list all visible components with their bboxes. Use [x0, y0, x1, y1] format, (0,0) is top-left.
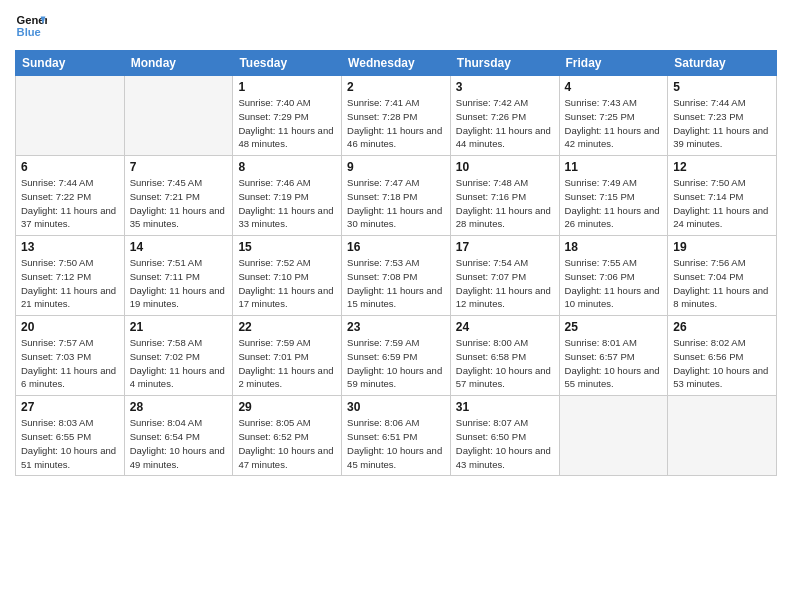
- calendar-cell: 9Sunrise: 7:47 AMSunset: 7:18 PMDaylight…: [342, 156, 451, 236]
- day-info: Sunrise: 7:46 AMSunset: 7:19 PMDaylight:…: [238, 176, 336, 231]
- day-info: Sunrise: 7:59 AMSunset: 6:59 PMDaylight:…: [347, 336, 445, 391]
- logo-icon: General Blue: [15, 10, 47, 42]
- day-number: 16: [347, 240, 445, 254]
- day-info: Sunrise: 7:43 AMSunset: 7:25 PMDaylight:…: [565, 96, 663, 151]
- day-info: Sunrise: 8:01 AMSunset: 6:57 PMDaylight:…: [565, 336, 663, 391]
- day-info: Sunrise: 7:48 AMSunset: 7:16 PMDaylight:…: [456, 176, 554, 231]
- day-number: 27: [21, 400, 119, 414]
- day-info: Sunrise: 8:02 AMSunset: 6:56 PMDaylight:…: [673, 336, 771, 391]
- day-info: Sunrise: 8:05 AMSunset: 6:52 PMDaylight:…: [238, 416, 336, 471]
- calendar-cell: 1Sunrise: 7:40 AMSunset: 7:29 PMDaylight…: [233, 76, 342, 156]
- calendar-cell: 23Sunrise: 7:59 AMSunset: 6:59 PMDayligh…: [342, 316, 451, 396]
- day-number: 10: [456, 160, 554, 174]
- header: General Blue: [15, 10, 777, 42]
- calendar-cell: 5Sunrise: 7:44 AMSunset: 7:23 PMDaylight…: [668, 76, 777, 156]
- calendar-body: 1Sunrise: 7:40 AMSunset: 7:29 PMDaylight…: [16, 76, 777, 476]
- day-info: Sunrise: 8:03 AMSunset: 6:55 PMDaylight:…: [21, 416, 119, 471]
- calendar-cell: 30Sunrise: 8:06 AMSunset: 6:51 PMDayligh…: [342, 396, 451, 476]
- calendar-cell: 4Sunrise: 7:43 AMSunset: 7:25 PMDaylight…: [559, 76, 668, 156]
- day-info: Sunrise: 8:07 AMSunset: 6:50 PMDaylight:…: [456, 416, 554, 471]
- calendar-cell: 7Sunrise: 7:45 AMSunset: 7:21 PMDaylight…: [124, 156, 233, 236]
- calendar-cell: 31Sunrise: 8:07 AMSunset: 6:50 PMDayligh…: [450, 396, 559, 476]
- day-number: 2: [347, 80, 445, 94]
- calendar-week-row: 1Sunrise: 7:40 AMSunset: 7:29 PMDaylight…: [16, 76, 777, 156]
- day-info: Sunrise: 7:57 AMSunset: 7:03 PMDaylight:…: [21, 336, 119, 391]
- day-number: 14: [130, 240, 228, 254]
- calendar-cell: 28Sunrise: 8:04 AMSunset: 6:54 PMDayligh…: [124, 396, 233, 476]
- day-number: 26: [673, 320, 771, 334]
- day-number: 31: [456, 400, 554, 414]
- day-number: 28: [130, 400, 228, 414]
- calendar-cell: 15Sunrise: 7:52 AMSunset: 7:10 PMDayligh…: [233, 236, 342, 316]
- calendar-week-row: 20Sunrise: 7:57 AMSunset: 7:03 PMDayligh…: [16, 316, 777, 396]
- calendar-cell: [16, 76, 125, 156]
- header-cell-wednesday: Wednesday: [342, 51, 451, 76]
- day-info: Sunrise: 7:58 AMSunset: 7:02 PMDaylight:…: [130, 336, 228, 391]
- calendar-cell: [559, 396, 668, 476]
- day-info: Sunrise: 7:50 AMSunset: 7:14 PMDaylight:…: [673, 176, 771, 231]
- calendar-cell: 21Sunrise: 7:58 AMSunset: 7:02 PMDayligh…: [124, 316, 233, 396]
- header-cell-thursday: Thursday: [450, 51, 559, 76]
- header-cell-monday: Monday: [124, 51, 233, 76]
- calendar-cell: 13Sunrise: 7:50 AMSunset: 7:12 PMDayligh…: [16, 236, 125, 316]
- day-number: 5: [673, 80, 771, 94]
- calendar-table: SundayMondayTuesdayWednesdayThursdayFrid…: [15, 50, 777, 476]
- calendar-week-row: 27Sunrise: 8:03 AMSunset: 6:55 PMDayligh…: [16, 396, 777, 476]
- calendar-cell: 20Sunrise: 7:57 AMSunset: 7:03 PMDayligh…: [16, 316, 125, 396]
- day-number: 25: [565, 320, 663, 334]
- header-cell-sunday: Sunday: [16, 51, 125, 76]
- day-info: Sunrise: 7:44 AMSunset: 7:23 PMDaylight:…: [673, 96, 771, 151]
- svg-text:Blue: Blue: [17, 26, 41, 38]
- day-info: Sunrise: 7:51 AMSunset: 7:11 PMDaylight:…: [130, 256, 228, 311]
- day-info: Sunrise: 7:52 AMSunset: 7:10 PMDaylight:…: [238, 256, 336, 311]
- calendar-cell: 29Sunrise: 8:05 AMSunset: 6:52 PMDayligh…: [233, 396, 342, 476]
- day-number: 7: [130, 160, 228, 174]
- calendar-cell: 14Sunrise: 7:51 AMSunset: 7:11 PMDayligh…: [124, 236, 233, 316]
- day-info: Sunrise: 7:41 AMSunset: 7:28 PMDaylight:…: [347, 96, 445, 151]
- day-number: 12: [673, 160, 771, 174]
- header-cell-friday: Friday: [559, 51, 668, 76]
- calendar-cell: 27Sunrise: 8:03 AMSunset: 6:55 PMDayligh…: [16, 396, 125, 476]
- day-number: 15: [238, 240, 336, 254]
- day-number: 29: [238, 400, 336, 414]
- day-number: 18: [565, 240, 663, 254]
- calendar-cell: 16Sunrise: 7:53 AMSunset: 7:08 PMDayligh…: [342, 236, 451, 316]
- day-number: 3: [456, 80, 554, 94]
- calendar-cell: 10Sunrise: 7:48 AMSunset: 7:16 PMDayligh…: [450, 156, 559, 236]
- header-cell-tuesday: Tuesday: [233, 51, 342, 76]
- day-info: Sunrise: 7:53 AMSunset: 7:08 PMDaylight:…: [347, 256, 445, 311]
- day-info: Sunrise: 7:44 AMSunset: 7:22 PMDaylight:…: [21, 176, 119, 231]
- day-number: 4: [565, 80, 663, 94]
- day-info: Sunrise: 8:04 AMSunset: 6:54 PMDaylight:…: [130, 416, 228, 471]
- calendar-cell: 17Sunrise: 7:54 AMSunset: 7:07 PMDayligh…: [450, 236, 559, 316]
- day-number: 19: [673, 240, 771, 254]
- calendar-cell: [668, 396, 777, 476]
- day-number: 6: [21, 160, 119, 174]
- day-number: 20: [21, 320, 119, 334]
- day-number: 11: [565, 160, 663, 174]
- day-info: Sunrise: 7:42 AMSunset: 7:26 PMDaylight:…: [456, 96, 554, 151]
- day-number: 21: [130, 320, 228, 334]
- logo: General Blue: [15, 10, 47, 42]
- day-info: Sunrise: 8:06 AMSunset: 6:51 PMDaylight:…: [347, 416, 445, 471]
- day-info: Sunrise: 7:47 AMSunset: 7:18 PMDaylight:…: [347, 176, 445, 231]
- calendar-week-row: 13Sunrise: 7:50 AMSunset: 7:12 PMDayligh…: [16, 236, 777, 316]
- calendar-cell: 22Sunrise: 7:59 AMSunset: 7:01 PMDayligh…: [233, 316, 342, 396]
- calendar-cell: 26Sunrise: 8:02 AMSunset: 6:56 PMDayligh…: [668, 316, 777, 396]
- day-number: 17: [456, 240, 554, 254]
- day-number: 30: [347, 400, 445, 414]
- calendar-cell: 11Sunrise: 7:49 AMSunset: 7:15 PMDayligh…: [559, 156, 668, 236]
- calendar-header-row: SundayMondayTuesdayWednesdayThursdayFrid…: [16, 51, 777, 76]
- calendar-cell: 18Sunrise: 7:55 AMSunset: 7:06 PMDayligh…: [559, 236, 668, 316]
- day-info: Sunrise: 7:54 AMSunset: 7:07 PMDaylight:…: [456, 256, 554, 311]
- calendar-cell: [124, 76, 233, 156]
- calendar-cell: 2Sunrise: 7:41 AMSunset: 7:28 PMDaylight…: [342, 76, 451, 156]
- calendar-cell: 25Sunrise: 8:01 AMSunset: 6:57 PMDayligh…: [559, 316, 668, 396]
- day-number: 9: [347, 160, 445, 174]
- calendar-cell: 8Sunrise: 7:46 AMSunset: 7:19 PMDaylight…: [233, 156, 342, 236]
- day-number: 1: [238, 80, 336, 94]
- day-info: Sunrise: 7:45 AMSunset: 7:21 PMDaylight:…: [130, 176, 228, 231]
- day-number: 23: [347, 320, 445, 334]
- calendar-cell: 3Sunrise: 7:42 AMSunset: 7:26 PMDaylight…: [450, 76, 559, 156]
- day-info: Sunrise: 7:50 AMSunset: 7:12 PMDaylight:…: [21, 256, 119, 311]
